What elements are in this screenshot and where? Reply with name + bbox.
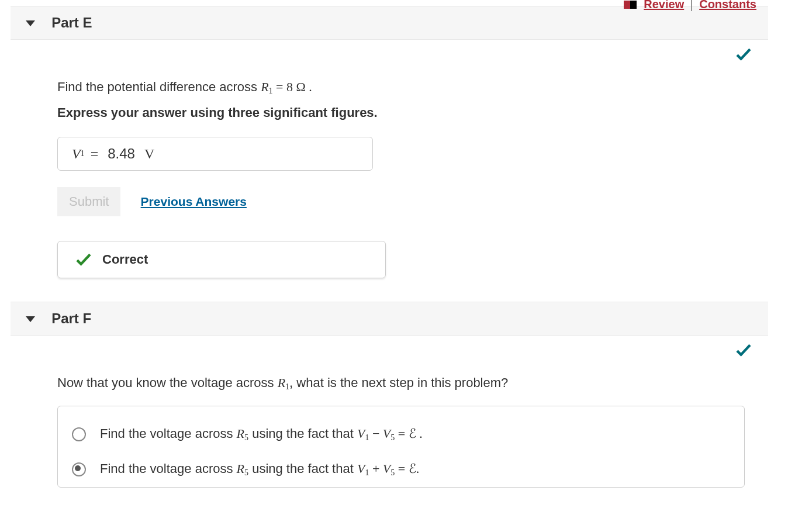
top-links: Review | Constants xyxy=(11,0,768,2)
feedback-text: Correct xyxy=(102,252,148,267)
feedback-correct: Correct xyxy=(57,241,386,278)
part-e-hint: Express your answer using three signific… xyxy=(57,105,745,120)
mc-option-text: Find the voltage across R5 using the fac… xyxy=(100,461,419,478)
previous-answers-link[interactable]: Previous Answers xyxy=(141,195,247,208)
flag-icon xyxy=(624,1,637,9)
part-f-question: Now that you know the voltage across R1,… xyxy=(57,375,745,392)
answer-variable: V xyxy=(72,146,81,162)
mc-option-0[interactable]: Find the voltage across R5 using the fac… xyxy=(58,417,744,452)
caret-down-icon xyxy=(26,316,35,322)
caret-down-icon xyxy=(26,20,35,26)
separator: | xyxy=(690,0,693,11)
check-icon xyxy=(75,253,92,266)
review-link[interactable]: Review xyxy=(644,0,684,11)
part-e-title: Part E xyxy=(51,15,92,30)
part-f-body: Now that you know the voltage across R1,… xyxy=(11,360,768,488)
part-e-status xyxy=(11,40,768,64)
constants-link[interactable]: Constants xyxy=(699,0,756,11)
part-e-question: Find the potential difference across R1 … xyxy=(57,80,745,96)
answer-box: V1 = 8.48 V xyxy=(57,137,373,171)
mc-option-1[interactable]: Find the voltage across R5 using the fac… xyxy=(58,452,744,487)
part-e-body: Find the potential difference across R1 … xyxy=(11,64,768,302)
check-icon xyxy=(735,344,752,357)
answer-value: 8.48 xyxy=(108,146,135,162)
radio-button[interactable] xyxy=(72,427,86,441)
check-icon xyxy=(735,48,752,61)
radio-button[interactable] xyxy=(72,462,86,476)
multiple-choice: Find the voltage across R5 using the fac… xyxy=(57,406,745,488)
mc-option-text: Find the voltage across R5 using the fac… xyxy=(100,426,423,443)
part-f-title: Part F xyxy=(51,310,91,326)
part-f-header[interactable]: Part F xyxy=(11,302,768,336)
submit-button: Submit xyxy=(57,187,120,216)
answer-unit: V xyxy=(144,146,154,162)
part-e-header[interactable]: Part E xyxy=(11,6,768,40)
part-f-status xyxy=(11,336,768,360)
